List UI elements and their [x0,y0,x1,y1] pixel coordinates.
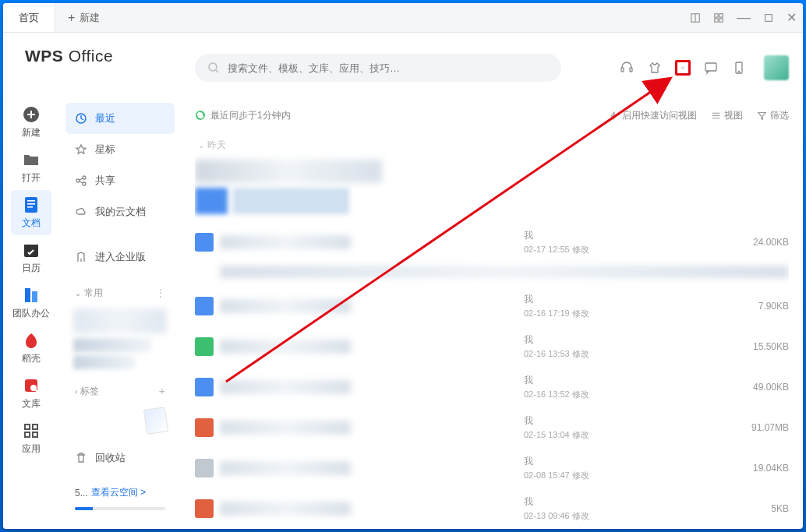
sidebar-cloud-docs[interactable]: 我的云文档 [65,196,175,227]
section-yesterday-label: 昨天 [207,139,226,152]
file-row[interactable]: 我02-16 13:52 修改49.00KB [195,367,789,407]
add-tag-icon[interactable]: + [159,385,165,397]
svg-rect-19 [33,425,37,429]
file-row[interactable]: 我02-15 13:04 修改91.07MB [195,407,789,448]
settings-highlighted[interactable] [675,60,691,76]
skin-icon[interactable] [647,60,663,76]
sidebar-star-label: 星标 [95,143,115,157]
rail-wenku[interactable]: 文库 [11,371,51,416]
file-owner: 我 [524,229,625,242]
sidebar-group-common[interactable]: ⌄常用 ⋮ [65,280,175,305]
rail-calendar[interactable]: 日历 [11,235,51,280]
rail-label: 打开 [22,171,41,185]
search-input[interactable] [228,62,549,74]
sidebar-common-item[interactable] [65,305,175,336]
svg-rect-13 [24,245,38,248]
mobile-icon[interactable] [731,60,747,76]
sidebar-recent[interactable]: 最近 [65,103,175,134]
grid-icon[interactable] [713,12,724,23]
search-box[interactable] [195,54,561,82]
sidebar-group-tags[interactable]: ›标签 + [65,379,175,403]
file-time: 02-13 09:46 修改 [524,510,625,522]
file-owner: 我 [524,495,625,509]
chevron-down-icon: ⌄ [75,289,81,298]
file-row[interactable]: 我02-17 12:55 修改24.00KB [195,222,789,262]
sidebar-enterprise[interactable]: 进入企业版 [65,241,175,273]
sidebar-recent-label: 最近 [95,111,115,125]
rail-open[interactable]: 打开 [11,145,51,190]
star-icon [75,143,87,156]
file-row[interactable]: 我02-08 15:47 修改19.04KB [195,448,789,488]
rail-label: 稻壳 [22,352,41,365]
sync-status-text: 最近同步于1分钟内 [210,109,291,122]
filter-toggle[interactable]: 筛选 [757,109,789,122]
svg-rect-4 [715,18,718,21]
file-name-blurred [220,299,351,313]
sidebar-common-item[interactable] [73,355,136,369]
file-row[interactable]: 我02-16 17:19 修改7.90KB [195,286,789,326]
rail-label: 新建 [22,126,41,139]
sidebar-tag-preview [143,407,168,435]
file-preview-sub [195,262,789,286]
sidebar-common-item[interactable] [73,338,151,352]
file-size: 91.07MB [726,422,789,433]
gear-icon [681,61,685,75]
sidebar-trash[interactable]: 回收站 [65,442,175,474]
doc-icon [23,196,40,213]
file-owner: 我 [524,293,625,306]
tab-home[interactable]: 首页 [3,3,55,32]
cloud-icon [75,206,87,218]
chevron-down-icon: ⌄ [198,141,204,150]
file-name-blurred [220,421,351,435]
sidebar-enterprise-label: 进入企业版 [95,250,146,264]
rail-label: 应用 [22,442,41,456]
sidebar-secondary: 最近 星标 共享 我的云文档 进入企业版 ⌄常用 ⋮ [59,33,181,529]
file-time: 02-08 15:47 修改 [524,470,625,481]
sidebar-tags-label: 标签 [80,385,99,398]
lightning-icon [609,111,619,121]
file-row[interactable]: 我02-13 09:46 修改5KB [195,488,789,529]
plus-circle-icon [23,106,40,123]
file-row[interactable]: 我02-16 13:53 修改15.50KB [195,326,789,367]
file-name-blurred [220,380,351,394]
main-content: 最近同步于1分钟内 启用快速访问视图 视图 筛选 ⌄昨天 我02-17 12:5… [181,33,803,529]
file-size: 7.90KB [726,301,789,312]
sidebar-cloud-space-link[interactable]: 5... 查看云空间 > [65,480,175,506]
window-controls: — ✕ [690,9,797,26]
folder-icon [23,151,40,168]
view-toggle[interactable]: 视图 [711,109,743,122]
docer-icon [23,332,40,349]
quick-access-toggle[interactable]: 启用快速访问视图 [609,109,697,122]
rail-apps[interactable]: 应用 [11,416,51,461]
rail-label: 文库 [22,397,41,410]
svg-rect-21 [33,432,37,437]
close-button[interactable]: ✕ [787,10,797,25]
maximize-button[interactable] [763,12,774,23]
file-preview-row[interactable] [195,157,789,222]
message-icon[interactable] [703,60,719,76]
layout-icon[interactable] [690,12,701,23]
user-avatar[interactable] [764,55,789,80]
app-window: 首页 + 新建 — ✕ WPS Office 新建打开文档日历团队办公稻壳文库应… [3,3,803,529]
sidebar-star[interactable]: 星标 [65,134,175,165]
file-name-blurred [220,340,351,354]
rail-label: 文档 [22,217,41,230]
more-icon[interactable]: ⋮ [156,287,165,298]
sidebar-share[interactable]: 共享 [65,165,175,196]
rail-docer[interactable]: 稻壳 [11,326,51,371]
rail-docs[interactable]: 文档 [11,190,51,235]
file-type-icon [195,378,214,396]
headset-icon[interactable] [619,60,635,76]
svg-rect-20 [25,432,30,437]
file-type-icon [195,418,214,437]
section-yesterday[interactable]: ⌄昨天 [195,128,789,157]
sidebar-common-label: 常用 [84,287,103,300]
svg-rect-3 [719,13,723,16]
clock-icon [75,112,87,125]
search-icon [207,62,220,74]
tab-new[interactable]: + 新建 [55,3,112,32]
rail-new[interactable]: 新建 [11,100,51,145]
minimize-button[interactable]: — [737,9,751,26]
rail-team[interactable]: 团队办公 [11,280,51,326]
svg-rect-10 [27,203,35,205]
